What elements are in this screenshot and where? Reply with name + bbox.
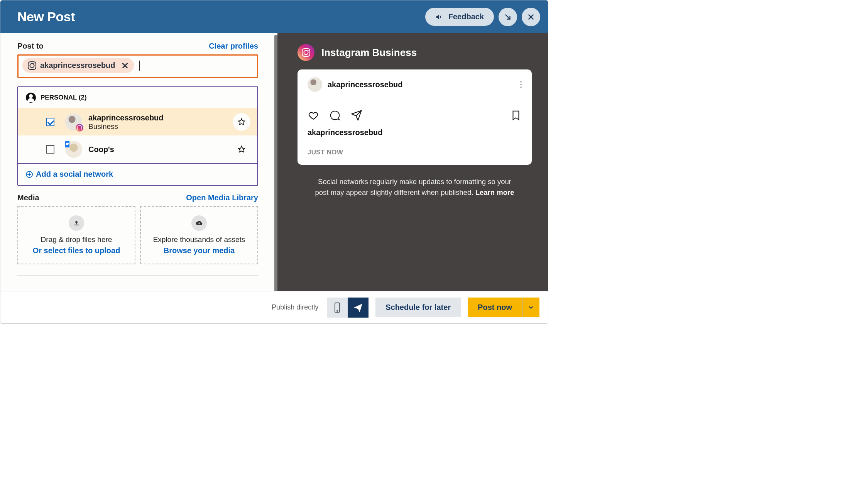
post-now-split-button: Post now	[468, 298, 539, 317]
dropzone1-line1: Drag & drop files here	[41, 235, 112, 244]
avatar	[65, 113, 82, 130]
header-bar: New Post Feedback	[0, 0, 548, 33]
preview-header: Instagram Business	[298, 44, 532, 61]
checkbox-unchecked-icon[interactable]	[46, 145, 54, 154]
header-actions: Feedback	[425, 8, 540, 26]
minimize-button[interactable]	[499, 8, 517, 26]
compose-pane: Post to Clear profiles akaprincessrosebu…	[0, 33, 274, 291]
open-media-library-link[interactable]: Open Media Library	[186, 193, 258, 202]
account-subtitle: Business	[88, 122, 164, 131]
upload-icon	[69, 215, 84, 231]
avatar	[308, 77, 322, 92]
add-social-network-link[interactable]: Add a social network	[18, 163, 257, 185]
body: Post to Clear profiles akaprincessrosebu…	[0, 33, 548, 291]
heart-icon[interactable]	[308, 110, 319, 121]
facebook-badge-icon	[65, 141, 69, 147]
preview-card: akaprincessrosebud akaprincessrosebud JU…	[298, 69, 532, 165]
dropzone2-line1: Explore thousands of assets	[153, 235, 245, 244]
more-dots-icon[interactable]	[520, 80, 522, 89]
feedback-label: Feedback	[448, 12, 484, 21]
preview-username: akaprincessrosebud	[328, 80, 403, 89]
add-network-label: Add a social network	[36, 170, 113, 179]
svg-point-1	[337, 310, 338, 311]
publish-mode-toggle	[327, 298, 369, 318]
account-name: Coop's	[88, 145, 114, 154]
learn-more-link[interactable]: Learn more	[475, 188, 514, 196]
arrow-down-right-icon	[504, 13, 512, 21]
preview-disclaimer: Social networks regularly make updates t…	[298, 176, 532, 198]
person-icon	[26, 93, 36, 103]
account-row-facebook[interactable]: Coop's	[18, 135, 257, 163]
post-now-button[interactable]: Post now	[468, 298, 522, 317]
publish-directly-label: Publish directly	[272, 303, 318, 311]
instagram-badge-icon	[76, 124, 83, 132]
plus-circle-icon	[26, 171, 33, 178]
selected-profile-handle: akaprincessrosebud	[40, 61, 115, 70]
schedule-button[interactable]: Schedule for later	[375, 298, 461, 317]
selected-profile-chip[interactable]: akaprincessrosebud	[22, 58, 134, 73]
feedback-button[interactable]: Feedback	[425, 8, 494, 26]
phone-icon	[333, 302, 341, 313]
post-now-dropdown[interactable]	[522, 298, 539, 317]
avatar	[65, 141, 82, 158]
megaphone-icon	[435, 13, 444, 21]
pane-divider	[274, 35, 277, 293]
preview-card-header: akaprincessrosebud	[308, 77, 522, 92]
page-title: New Post	[17, 9, 75, 24]
instagram-circle-icon	[298, 44, 314, 61]
dropzone2-line2[interactable]: Browse your media	[164, 246, 235, 255]
star-icon	[237, 145, 246, 154]
media-label: Media	[17, 193, 39, 202]
favorite-toggle[interactable]	[233, 140, 250, 158]
chevron-down-icon	[528, 304, 534, 311]
preview-timestamp: JUST NOW	[308, 149, 522, 156]
favorite-toggle[interactable]	[233, 113, 250, 131]
media-header-row: Media Open Media Library	[17, 193, 258, 202]
account-name: akaprincessrosebud	[88, 113, 164, 122]
paper-plane-icon	[353, 303, 363, 312]
publish-direct-toggle[interactable]	[348, 298, 369, 318]
upload-dropzone[interactable]: Drag & drop files here Or select files t…	[17, 206, 135, 264]
comment-icon[interactable]	[329, 110, 341, 121]
clear-profiles-link[interactable]: Clear profiles	[209, 42, 258, 51]
text-caret	[139, 61, 140, 71]
close-icon	[527, 13, 535, 21]
close-button[interactable]	[522, 8, 540, 26]
post-to-row: Post to Clear profiles	[17, 42, 258, 51]
app-root: New Post Feedback Post to Clear profiles	[0, 0, 548, 324]
bookmark-icon[interactable]	[510, 110, 522, 121]
post-to-label: Post to	[17, 42, 44, 51]
library-dropzone[interactable]: Explore thousands of assets Browse your …	[140, 206, 258, 264]
cloud-upload-icon	[191, 215, 207, 231]
dropzone1-line2[interactable]: Or select files to upload	[33, 246, 120, 255]
instagram-icon	[28, 61, 36, 70]
footer-bar: Publish directly Schedule for later Post…	[0, 291, 548, 323]
preview-title: Instagram Business	[321, 47, 417, 59]
account-group-label: PERSONAL (2)	[41, 94, 87, 101]
send-icon[interactable]	[351, 110, 362, 121]
star-icon	[237, 118, 246, 126]
media-dropzones: Drag & drop files here Or select files t…	[17, 206, 258, 264]
remove-chip-icon[interactable]	[122, 62, 128, 69]
account-picker: PERSONAL (2) akaprincessrosebud Business	[17, 86, 258, 186]
divider	[17, 275, 258, 276]
checkbox-checked-icon[interactable]	[46, 118, 54, 126]
preview-actions	[308, 110, 522, 121]
preview-caption-user: akaprincessrosebud	[308, 128, 522, 137]
account-group-header: PERSONAL (2)	[18, 87, 257, 108]
preview-pane: Instagram Business akaprincessrosebud ak…	[277, 33, 548, 291]
profile-chip-input[interactable]: akaprincessrosebud	[17, 54, 258, 78]
publish-mobile-toggle[interactable]	[327, 298, 348, 318]
account-row-instagram[interactable]: akaprincessrosebud Business	[18, 108, 257, 135]
